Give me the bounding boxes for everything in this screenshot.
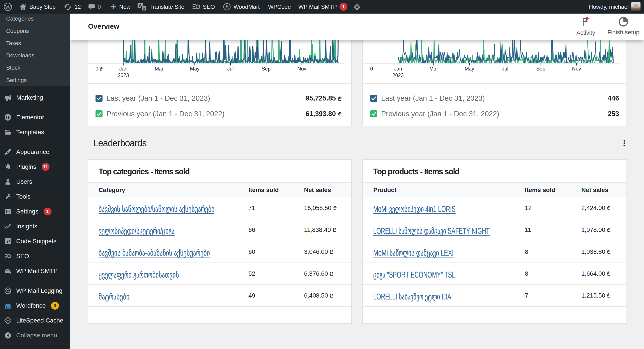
svg-text:Jul: Jul <box>502 66 508 72</box>
svg-text:2023: 2023 <box>392 72 404 78</box>
svg-text:Mar: Mar <box>155 66 164 72</box>
svg-text:0: 0 <box>96 66 98 72</box>
svg-text:Jan: Jan <box>394 66 402 72</box>
svg-text:2023: 2023 <box>118 72 129 78</box>
svg-text:Nov: Nov <box>298 66 306 72</box>
svg-text:Sep: Sep <box>262 66 271 72</box>
svg-text:Sep: Sep <box>536 66 546 72</box>
svg-text:W: W <box>4 3 12 11</box>
svg-text:May: May <box>190 66 200 72</box>
svg-text:0: 0 <box>370 66 373 72</box>
svg-text:Nov: Nov <box>572 66 581 72</box>
svg-text:May: May <box>464 66 474 72</box>
svg-text:Jan: Jan <box>119 66 127 72</box>
svg-text:Jul: Jul <box>227 66 234 72</box>
svg-text:Mar: Mar <box>429 66 438 72</box>
